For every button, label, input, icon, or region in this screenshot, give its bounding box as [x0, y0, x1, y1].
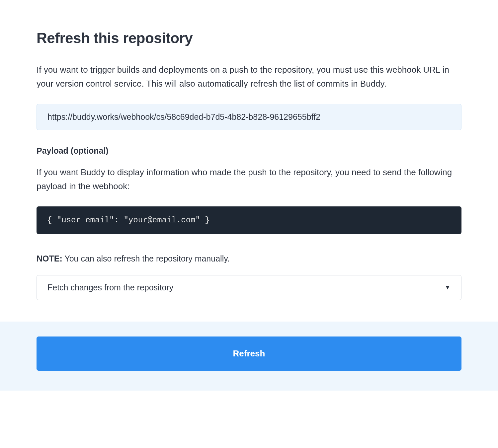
chevron-down-icon: ▼	[445, 284, 451, 291]
payload-description: If you want Buddy to display information…	[37, 166, 461, 193]
note-text: You can also refresh the repository manu…	[62, 254, 230, 263]
fetch-mode-select[interactable]: Fetch changes from the repository ▼	[37, 275, 461, 300]
webhook-description: If you want to trigger builds and deploy…	[37, 63, 461, 91]
payload-code-block[interactable]: { "user_email": "your@email.com" }	[37, 206, 461, 234]
refresh-button[interactable]: Refresh	[37, 336, 461, 371]
footer-bar: Refresh	[0, 322, 498, 391]
webhook-url-box[interactable]: https://buddy.works/webhook/cs/58c69ded-…	[37, 104, 461, 130]
note-line: NOTE: You can also refresh the repositor…	[37, 254, 461, 263]
note-label: NOTE:	[37, 254, 62, 263]
select-value: Fetch changes from the repository	[47, 283, 173, 292]
payload-title: Payload (optional)	[37, 146, 461, 156]
page-title: Refresh this repository	[37, 30, 461, 46]
